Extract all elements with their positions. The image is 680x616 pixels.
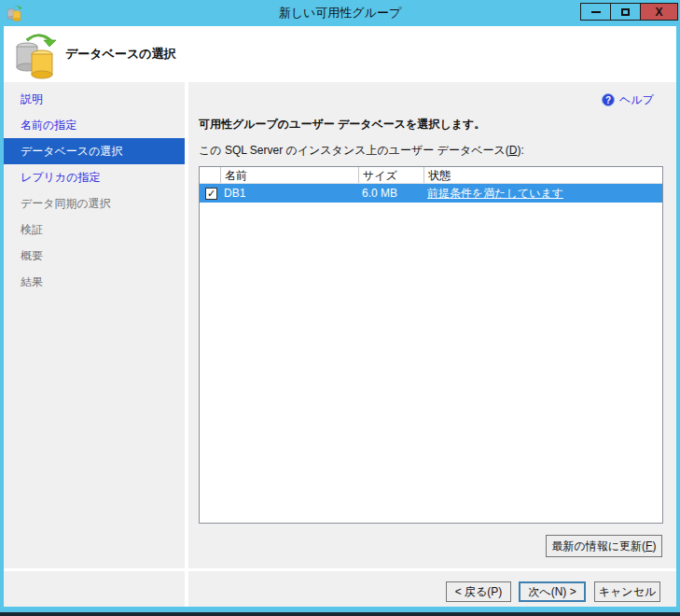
table-row[interactable]: ✓ DB1 6.0 MB 前提条件を満たしています <box>200 184 662 203</box>
cancel-button[interactable]: キャンセル <box>594 581 660 602</box>
row-status-cell: 前提条件を満たしています <box>423 186 662 202</box>
table-header-row: 名前 サイズ 状態 <box>200 167 662 184</box>
help-label: ヘルプ <box>619 92 654 108</box>
window-border-left <box>0 26 4 612</box>
row-checkbox[interactable]: ✓ <box>205 188 217 200</box>
column-header-size[interactable]: サイズ <box>358 167 423 183</box>
row-name-cell: DB1 <box>220 187 358 200</box>
titlebar[interactable]: 新しい可用性グループ <box>0 0 680 26</box>
row-size-cell: 6.0 MB <box>358 187 423 200</box>
refresh-button-label-pre: 最新の情報に更新( <box>552 539 646 553</box>
nav-item-validation: 検証 <box>4 217 185 243</box>
column-header-checkbox[interactable] <box>200 167 220 183</box>
wizard-steps-nav: 説明 名前の指定 データベースの選択 レプリカの指定 データ同期の選択 検証 概… <box>4 86 185 295</box>
close-button[interactable]: X <box>641 4 677 20</box>
maximize-icon <box>621 8 630 16</box>
maximize-button[interactable] <box>611 4 641 20</box>
close-icon: X <box>655 6 662 19</box>
window-border-right <box>676 26 680 612</box>
database-list-label-post: ): <box>517 144 523 157</box>
databases-table: 名前 サイズ 状態 ✓ DB1 6.0 MB 前提条件を満たしています <box>199 166 663 524</box>
refresh-button-label-post: ) <box>652 539 656 553</box>
nav-item-summary: 概要 <box>4 243 185 269</box>
window-controls: X <box>580 3 678 21</box>
nav-item-specify-name[interactable]: 名前の指定 <box>4 112 185 138</box>
nav-item-results: 結果 <box>4 269 185 295</box>
help-icon: ? <box>602 93 615 106</box>
window-frame-shadow <box>0 612 680 616</box>
next-button[interactable]: 次へ(N) > <box>519 581 586 602</box>
database-list-label-pre: この SQL Server のインスタンス上のユーザー データベース( <box>199 144 509 157</box>
wizard-window: 新しい可用性グループ X データベースの選択 説明 <box>0 0 680 616</box>
footer-divider <box>4 568 676 571</box>
prerequisites-status-link[interactable]: 前提条件を満たしています <box>427 187 563 200</box>
database-list-label: この SQL Server のインスタンス上のユーザー データベース(D): <box>199 143 524 159</box>
sidebar-divider <box>185 82 188 607</box>
availability-group-icon <box>6 5 22 21</box>
column-header-status[interactable]: 状態 <box>423 167 662 183</box>
back-button[interactable]: < 戻る(P) <box>446 581 511 602</box>
row-checkbox-cell: ✓ <box>200 188 220 200</box>
select-databases-icon <box>13 34 58 80</box>
column-header-name[interactable]: 名前 <box>220 167 358 183</box>
instruction-text: 可用性グループのユーザー データベースを選択します。 <box>199 117 485 133</box>
nav-item-select-databases[interactable]: データベースの選択 <box>4 138 185 164</box>
nav-item-introduction[interactable]: 説明 <box>4 86 185 112</box>
nav-item-specify-replicas[interactable]: レプリカの指定 <box>4 164 185 190</box>
checkbox-check-icon: ✓ <box>207 188 215 199</box>
window-title: 新しい可用性グループ <box>0 0 680 26</box>
page-title: データベースの選択 <box>65 45 176 63</box>
help-link[interactable]: ? ヘルプ <box>602 92 654 107</box>
minimize-icon <box>591 11 601 13</box>
nav-item-data-synchronization: データ同期の選択 <box>4 190 185 217</box>
refresh-button[interactable]: 最新の情報に更新(F) <box>546 535 662 557</box>
minimize-button[interactable] <box>581 4 611 20</box>
